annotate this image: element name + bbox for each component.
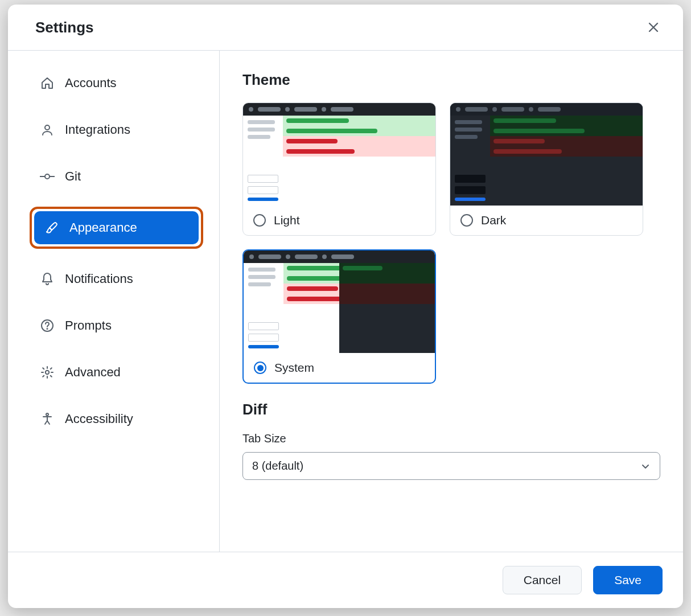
- radio-icon: [253, 214, 266, 227]
- theme-option-light[interactable]: Light: [242, 102, 436, 236]
- settings-modal: Settings Accounts Integrations: [8, 5, 683, 608]
- radio-icon: [254, 362, 266, 374]
- svg-point-1: [45, 174, 50, 179]
- settings-content: Theme: [220, 51, 683, 552]
- theme-preview-light: [243, 103, 435, 206]
- save-button[interactable]: Save: [593, 566, 663, 594]
- sidebar-item-prompts[interactable]: Prompts: [30, 309, 203, 342]
- tab-size-value: 8 (default): [252, 459, 303, 473]
- close-button[interactable]: [643, 17, 664, 38]
- settings-sidebar: Accounts Integrations Git A: [8, 51, 220, 552]
- theme-heading: Theme: [242, 71, 660, 89]
- gear-icon: [40, 365, 55, 380]
- modal-title: Settings: [35, 19, 94, 36]
- sidebar-item-integrations[interactable]: Integrations: [30, 113, 203, 146]
- sidebar-item-appearance[interactable]: Appearance: [34, 211, 199, 244]
- question-icon: [40, 318, 55, 333]
- sidebar-item-accounts[interactable]: Accounts: [30, 67, 203, 100]
- sidebar-item-accessibility[interactable]: Accessibility: [30, 403, 203, 436]
- sidebar-item-label: Prompts: [65, 318, 112, 333]
- sidebar-item-label: Accounts: [65, 76, 117, 91]
- modal-header: Settings: [8, 5, 683, 51]
- svg-point-7: [46, 413, 48, 416]
- svg-point-6: [46, 371, 49, 374]
- cancel-button[interactable]: Cancel: [503, 566, 582, 594]
- bell-icon: [40, 272, 55, 286]
- modal-body: Accounts Integrations Git A: [8, 51, 683, 552]
- sidebar-item-notifications[interactable]: Notifications: [30, 262, 203, 295]
- theme-option-label: System: [274, 361, 314, 375]
- svg-point-0: [45, 125, 50, 130]
- theme-option-label: Light: [274, 213, 300, 227]
- theme-option-dark[interactable]: Dark: [450, 102, 643, 236]
- accessibility-icon: [40, 412, 55, 426]
- modal-footer: Cancel Save: [8, 552, 683, 608]
- diff-heading: Diff: [242, 401, 660, 418]
- theme-option-label: Dark: [481, 213, 506, 227]
- theme-preview-dark: [450, 103, 643, 206]
- sidebar-item-label: Advanced: [65, 365, 121, 380]
- paintbrush-icon: [44, 220, 59, 235]
- sidebar-item-label: Git: [65, 169, 81, 184]
- sidebar-highlight-appearance: Appearance: [30, 207, 203, 249]
- git-commit-icon: [40, 169, 55, 184]
- tab-size-label: Tab Size: [242, 432, 660, 445]
- sidebar-item-git[interactable]: Git: [30, 160, 203, 193]
- sidebar-item-advanced[interactable]: Advanced: [30, 356, 203, 389]
- svg-point-5: [47, 328, 47, 329]
- chevron-down-icon: [640, 461, 651, 471]
- sidebar-item-label: Integrations: [65, 122, 130, 137]
- theme-preview-system: [244, 250, 435, 353]
- sidebar-item-label: Accessibility: [65, 412, 133, 426]
- person-icon: [40, 122, 55, 137]
- theme-option-system[interactable]: System: [242, 249, 436, 384]
- tab-size-select[interactable]: 8 (default): [242, 452, 660, 480]
- close-icon: [648, 22, 659, 33]
- home-icon: [40, 76, 55, 91]
- radio-icon: [460, 214, 473, 227]
- sidebar-item-label: Appearance: [69, 220, 137, 235]
- theme-options: Light: [242, 102, 660, 384]
- sidebar-item-label: Notifications: [65, 272, 133, 286]
